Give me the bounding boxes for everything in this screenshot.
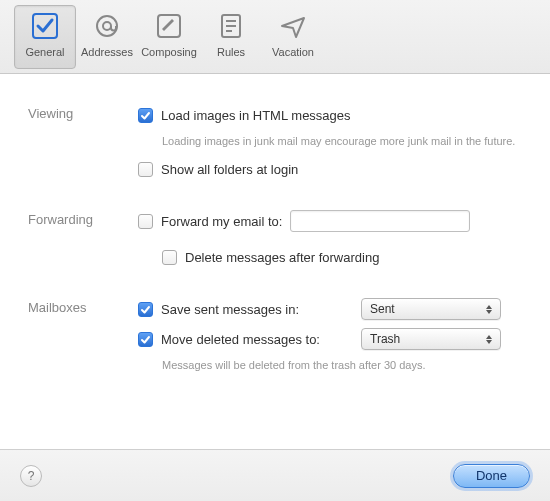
- help-button[interactable]: ?: [20, 465, 42, 487]
- move-deleted-label: Move deleted messages to:: [161, 332, 341, 347]
- preferences-toolbar: General Addresses Composing: [0, 0, 550, 74]
- load-images-label: Load images in HTML messages: [161, 108, 351, 123]
- help-icon: ?: [28, 469, 35, 483]
- load-images-checkbox[interactable]: [138, 108, 153, 123]
- tab-composing[interactable]: Composing: [138, 5, 200, 69]
- at-icon: [90, 9, 124, 43]
- tab-label: Vacation: [272, 46, 314, 58]
- updown-icon: [482, 299, 496, 319]
- airplane-icon: [276, 9, 310, 43]
- done-button[interactable]: Done: [453, 464, 530, 488]
- mailboxes-section: Mailboxes Save sent messages in: Sent Mo…: [28, 298, 522, 382]
- forward-email-input[interactable]: [290, 210, 470, 232]
- move-deleted-select[interactable]: Trash: [361, 328, 501, 350]
- section-heading: Viewing: [28, 104, 138, 188]
- forward-email-label: Forward my email to:: [161, 214, 282, 229]
- tab-label: Addresses: [81, 46, 133, 58]
- show-all-folders-label: Show all folders at login: [161, 162, 298, 177]
- delete-after-forward-label: Delete messages after forwarding: [185, 250, 379, 265]
- save-sent-label: Save sent messages in:: [161, 302, 341, 317]
- compose-icon: [152, 9, 186, 43]
- rules-icon: [214, 9, 248, 43]
- done-label: Done: [476, 468, 507, 483]
- updown-icon: [482, 329, 496, 349]
- section-heading: Mailboxes: [28, 298, 138, 382]
- general-pane: Viewing Load images in HTML messages Loa…: [0, 74, 550, 413]
- dialog-footer: ? Done: [0, 449, 550, 501]
- move-deleted-value: Trash: [370, 332, 400, 346]
- forward-email-checkbox[interactable]: [138, 214, 153, 229]
- general-icon: [28, 9, 62, 43]
- tab-label: Rules: [217, 46, 245, 58]
- viewing-section: Viewing Load images in HTML messages Loa…: [28, 104, 522, 188]
- tab-rules[interactable]: Rules: [200, 5, 262, 69]
- mailboxes-hint: Messages will be deleted from the trash …: [162, 358, 522, 372]
- save-sent-select[interactable]: Sent: [361, 298, 501, 320]
- forwarding-section: Forwarding Forward my email to: Delete m…: [28, 210, 522, 276]
- save-sent-value: Sent: [370, 302, 395, 316]
- svg-point-1: [97, 16, 117, 36]
- delete-after-forward-checkbox[interactable]: [162, 250, 177, 265]
- show-all-folders-checkbox[interactable]: [138, 162, 153, 177]
- tab-vacation[interactable]: Vacation: [262, 5, 324, 69]
- save-sent-checkbox[interactable]: [138, 302, 153, 317]
- svg-point-2: [103, 22, 111, 30]
- tab-general[interactable]: General: [14, 5, 76, 69]
- tab-label: Composing: [141, 46, 197, 58]
- move-deleted-checkbox[interactable]: [138, 332, 153, 347]
- load-images-hint: Loading images in junk mail may encourag…: [162, 134, 522, 148]
- tab-addresses[interactable]: Addresses: [76, 5, 138, 69]
- tab-label: General: [25, 46, 64, 58]
- section-heading: Forwarding: [28, 210, 138, 276]
